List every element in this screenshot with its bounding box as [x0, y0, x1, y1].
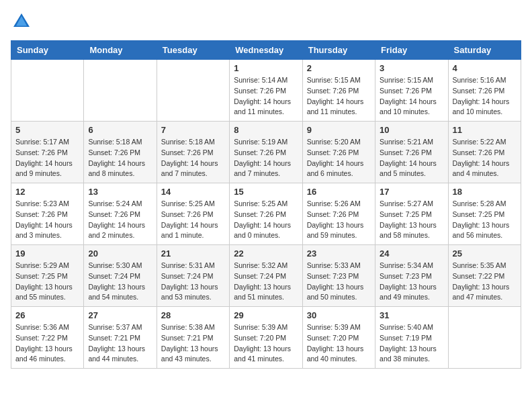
day-info: Sunrise: 5:17 AM Sunset: 7:26 PM Dayligh… [15, 137, 79, 179]
day-cell: 17Sunrise: 5:27 AM Sunset: 7:25 PM Dayli… [375, 183, 448, 245]
day-cell: 23Sunrise: 5:33 AM Sunset: 7:23 PM Dayli… [302, 245, 375, 307]
day-cell: 12Sunrise: 5:23 AM Sunset: 7:26 PM Dayli… [11, 183, 84, 245]
day-number: 26 [15, 310, 79, 320]
day-cell: 4Sunrise: 5:16 AM Sunset: 7:26 PM Daylig… [448, 60, 521, 122]
logo-icon [11, 11, 32, 32]
week-row-3: 12Sunrise: 5:23 AM Sunset: 7:26 PM Dayli… [11, 183, 521, 245]
day-cell: 24Sunrise: 5:34 AM Sunset: 7:23 PM Dayli… [375, 245, 448, 307]
day-cell: 30Sunrise: 5:39 AM Sunset: 7:20 PM Dayli… [302, 307, 375, 369]
day-info: Sunrise: 5:20 AM Sunset: 7:26 PM Dayligh… [307, 137, 371, 179]
day-cell: 7Sunrise: 5:18 AM Sunset: 7:26 PM Daylig… [157, 122, 229, 183]
day-info: Sunrise: 5:32 AM Sunset: 7:24 PM Dayligh… [234, 261, 298, 303]
day-number: 14 [161, 187, 225, 197]
day-cell: 29Sunrise: 5:39 AM Sunset: 7:20 PM Dayli… [230, 307, 302, 369]
day-cell [157, 60, 229, 122]
day-info: Sunrise: 5:33 AM Sunset: 7:23 PM Dayligh… [307, 261, 371, 303]
day-number: 11 [453, 125, 517, 135]
day-number: 4 [453, 63, 517, 73]
day-info: Sunrise: 5:39 AM Sunset: 7:20 PM Dayligh… [307, 322, 371, 365]
day-number: 2 [307, 63, 371, 73]
day-info: Sunrise: 5:25 AM Sunset: 7:26 PM Dayligh… [234, 199, 298, 241]
week-row-2: 5Sunrise: 5:17 AM Sunset: 7:26 PM Daylig… [11, 122, 521, 183]
day-number: 5 [15, 125, 79, 135]
header-tuesday: Tuesday [157, 41, 229, 60]
day-info: Sunrise: 5:15 AM Sunset: 7:26 PM Dayligh… [380, 75, 443, 118]
day-info: Sunrise: 5:24 AM Sunset: 7:26 PM Dayligh… [88, 199, 152, 241]
day-cell: 2Sunrise: 5:15 AM Sunset: 7:26 PM Daylig… [302, 60, 375, 122]
day-number: 19 [15, 248, 79, 259]
day-cell: 3Sunrise: 5:15 AM Sunset: 7:26 PM Daylig… [375, 60, 448, 122]
day-info: Sunrise: 5:23 AM Sunset: 7:26 PM Dayligh… [15, 199, 79, 241]
day-cell: 10Sunrise: 5:21 AM Sunset: 7:26 PM Dayli… [375, 122, 448, 183]
day-number: 8 [234, 125, 298, 135]
day-cell: 27Sunrise: 5:37 AM Sunset: 7:21 PM Dayli… [84, 307, 157, 369]
day-number: 29 [234, 310, 298, 320]
day-number: 27 [88, 310, 152, 320]
header-monday: Monday [84, 41, 157, 60]
day-cell: 6Sunrise: 5:18 AM Sunset: 7:26 PM Daylig… [84, 122, 157, 183]
week-row-4: 19Sunrise: 5:29 AM Sunset: 7:25 PM Dayli… [11, 245, 521, 307]
day-number: 21 [161, 248, 225, 259]
header-saturday: Saturday [448, 41, 521, 60]
day-number: 28 [161, 310, 225, 320]
header-row: SundayMondayTuesdayWednesdayThursdayFrid… [11, 41, 521, 60]
day-cell: 16Sunrise: 5:26 AM Sunset: 7:26 PM Dayli… [302, 183, 375, 245]
day-info: Sunrise: 5:36 AM Sunset: 7:22 PM Dayligh… [15, 322, 79, 365]
day-number: 6 [88, 125, 152, 135]
day-info: Sunrise: 5:34 AM Sunset: 7:23 PM Dayligh… [380, 261, 443, 303]
header-wednesday: Wednesday [230, 41, 302, 60]
day-info: Sunrise: 5:27 AM Sunset: 7:25 PM Dayligh… [380, 199, 443, 241]
day-info: Sunrise: 5:16 AM Sunset: 7:26 PM Dayligh… [453, 75, 517, 118]
day-cell [11, 60, 84, 122]
day-info: Sunrise: 5:14 AM Sunset: 7:26 PM Dayligh… [234, 75, 298, 118]
header-friday: Friday [375, 41, 448, 60]
logo [11, 11, 35, 32]
day-cell: 13Sunrise: 5:24 AM Sunset: 7:26 PM Dayli… [84, 183, 157, 245]
day-number: 15 [234, 187, 298, 197]
day-cell: 28Sunrise: 5:38 AM Sunset: 7:21 PM Dayli… [157, 307, 229, 369]
day-cell: 18Sunrise: 5:28 AM Sunset: 7:25 PM Dayli… [448, 183, 521, 245]
day-number: 30 [307, 310, 371, 320]
week-row-1: 1Sunrise: 5:14 AM Sunset: 7:26 PM Daylig… [11, 60, 521, 122]
day-number: 10 [380, 125, 443, 135]
day-cell [448, 307, 521, 369]
day-number: 25 [453, 248, 517, 259]
day-info: Sunrise: 5:37 AM Sunset: 7:21 PM Dayligh… [88, 322, 152, 365]
day-cell: 14Sunrise: 5:25 AM Sunset: 7:26 PM Dayli… [157, 183, 229, 245]
day-info: Sunrise: 5:28 AM Sunset: 7:25 PM Dayligh… [453, 199, 517, 241]
day-info: Sunrise: 5:29 AM Sunset: 7:25 PM Dayligh… [15, 261, 79, 303]
day-cell: 5Sunrise: 5:17 AM Sunset: 7:26 PM Daylig… [11, 122, 84, 183]
header-thursday: Thursday [302, 41, 375, 60]
day-cell: 11Sunrise: 5:22 AM Sunset: 7:26 PM Dayli… [448, 122, 521, 183]
day-info: Sunrise: 5:31 AM Sunset: 7:24 PM Dayligh… [161, 261, 225, 303]
day-info: Sunrise: 5:18 AM Sunset: 7:26 PM Dayligh… [161, 137, 225, 179]
day-number: 1 [234, 63, 298, 73]
day-cell: 21Sunrise: 5:31 AM Sunset: 7:24 PM Dayli… [157, 245, 229, 307]
day-number: 23 [307, 248, 371, 259]
day-number: 12 [15, 187, 79, 197]
day-number: 16 [307, 187, 371, 197]
week-row-5: 26Sunrise: 5:36 AM Sunset: 7:22 PM Dayli… [11, 307, 521, 369]
day-cell: 9Sunrise: 5:20 AM Sunset: 7:26 PM Daylig… [302, 122, 375, 183]
day-number: 17 [380, 187, 443, 197]
day-cell: 1Sunrise: 5:14 AM Sunset: 7:26 PM Daylig… [230, 60, 302, 122]
calendar-table: SundayMondayTuesdayWednesdayThursdayFrid… [11, 40, 521, 369]
calendar-header: SundayMondayTuesdayWednesdayThursdayFrid… [11, 41, 521, 60]
day-info: Sunrise: 5:39 AM Sunset: 7:20 PM Dayligh… [234, 322, 298, 365]
day-cell: 22Sunrise: 5:32 AM Sunset: 7:24 PM Dayli… [230, 245, 302, 307]
day-cell [84, 60, 157, 122]
calendar-body: 1Sunrise: 5:14 AM Sunset: 7:26 PM Daylig… [11, 60, 521, 369]
day-cell: 15Sunrise: 5:25 AM Sunset: 7:26 PM Dayli… [230, 183, 302, 245]
day-info: Sunrise: 5:21 AM Sunset: 7:26 PM Dayligh… [380, 137, 443, 179]
day-info: Sunrise: 5:38 AM Sunset: 7:21 PM Dayligh… [161, 322, 225, 365]
day-number: 31 [380, 310, 443, 320]
day-info: Sunrise: 5:15 AM Sunset: 7:26 PM Dayligh… [307, 75, 371, 118]
day-cell: 31Sunrise: 5:40 AM Sunset: 7:19 PM Dayli… [375, 307, 448, 369]
day-number: 24 [380, 248, 443, 259]
day-number: 7 [161, 125, 225, 135]
day-info: Sunrise: 5:22 AM Sunset: 7:26 PM Dayligh… [453, 137, 517, 179]
day-info: Sunrise: 5:30 AM Sunset: 7:24 PM Dayligh… [88, 261, 152, 303]
day-cell: 8Sunrise: 5:19 AM Sunset: 7:26 PM Daylig… [230, 122, 302, 183]
day-info: Sunrise: 5:40 AM Sunset: 7:19 PM Dayligh… [380, 322, 443, 365]
page-header [11, 11, 521, 32]
